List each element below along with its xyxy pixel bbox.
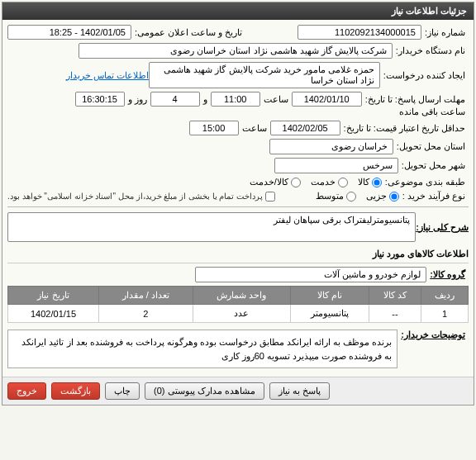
radio-goods-service-input[interactable] (291, 178, 301, 187)
td-qty: 2 (99, 305, 193, 323)
city-label: شهر محل تحویل: (398, 160, 469, 171)
radio-goods-input[interactable] (372, 178, 382, 187)
print-button[interactable]: چاپ (105, 382, 140, 400)
buyer-org-value: شرکت پالایش گاز شهید هاشمی نژاد استان خر… (79, 43, 393, 59)
need-desc-label: شرح کلی نیاز: (416, 222, 469, 233)
row-validity: حداقل تاریخ اعتبار قیمت: تا تاریخ: 1402/… (7, 121, 469, 135)
creator-value: حمزه غلامی مامور خرید شرکت پالایش گاز شه… (149, 62, 380, 88)
footer-buttons: پاسخ به نیاز مشاهده مدارک پیوستی (0) چاپ… (2, 377, 474, 405)
th-code: کد کالا (369, 287, 421, 305)
buyer-notes-value: برنده موظف به ارائه ایرانکد مطابق درخواس… (7, 330, 397, 368)
row-need-number: شماره نیاز: 1102092134000015 تاریخ و ساع… (7, 25, 469, 40)
deadline-date: 1402/01/10 (292, 92, 362, 107)
validity-label: حداقل تاریخ اعتبار قیمت: تا تاریخ: (340, 123, 469, 134)
radio-small-label: جزیی (366, 191, 387, 202)
radio-service[interactable]: خدمت (311, 177, 348, 187)
table-row[interactable]: 1 -- پتانسیومتر عدد 2 1402/01/15 (8, 305, 469, 323)
radio-medium[interactable]: متوسط (316, 191, 356, 202)
th-unit: واحد شمارش (193, 287, 291, 305)
row-deadline: مهلت ارسال پاسخ: تا تاریخ: 1402/01/10 سا… (7, 92, 469, 117)
td-date: 1402/01/15 (8, 305, 99, 323)
td-name: پتانسیومتر (291, 305, 369, 323)
radio-goods[interactable]: کالا (358, 177, 382, 187)
row-province: استان محل تحویل: خراسان رضوی (7, 139, 469, 154)
validity-time: 15:00 (189, 121, 239, 135)
back-button[interactable]: بازگشت (51, 382, 100, 400)
province-label: استان محل تحویل: (393, 141, 469, 152)
need-details-panel: جزئیات اطلاعات نیاز شماره نیاز: 11020921… (2, 2, 474, 405)
radio-goods-service-label: کالا/خدمت (250, 177, 288, 187)
deadline-label: مهلت ارسال پاسخ: تا تاریخ: (362, 94, 469, 105)
hour-label-1: ساعت (260, 94, 292, 105)
radio-service-input[interactable] (338, 178, 348, 187)
attachments-button[interactable]: مشاهده مدارک پیوستی (0) (145, 382, 264, 400)
row-category: طبقه بندی موضوعی: کالا خدمت کالا/خدمت (7, 177, 469, 187)
payment-checkbox-item[interactable]: پرداخت تمام یا بخشی از مبلغ خرید،از محل … (7, 192, 275, 202)
contact-link[interactable]: اطلاعات تماس خریدار (66, 70, 149, 81)
goods-group-value: لوازم خودرو و ماشین آلات (195, 267, 426, 282)
td-unit: عدد (193, 305, 291, 323)
radio-goods-label: کالا (358, 177, 369, 187)
creator-label: ایجاد کننده درخواست: (380, 70, 469, 81)
panel-title: جزئیات اطلاعات نیاز (2, 2, 474, 20)
need-number-value: 1102092134000015 (298, 25, 421, 40)
row-goods-group: گروه کالا: لوازم خودرو و ماشین آلات (7, 267, 469, 282)
deadline-time: 11:00 (211, 92, 260, 107)
category-radio-group: کالا خدمت کالا/خدمت (250, 177, 382, 187)
radio-service-label: خدمت (311, 177, 336, 187)
need-number-label: شماره نیاز: (421, 27, 469, 38)
goods-group-label: گروه کالا: (426, 269, 469, 280)
respond-button[interactable]: پاسخ به نیاز (269, 382, 330, 400)
row-city: شهر محل تحویل: سرخس (7, 158, 469, 173)
process-type-label: نوع فرآیند خرید : (399, 191, 469, 202)
goods-info-title: اطلاعات کالاهای مورد نیاز (7, 245, 469, 263)
deadline-remain: 16:30:15 (75, 92, 125, 107)
buyer-org-label: نام دستگاه خریدار: (393, 45, 469, 56)
category-label: طبقه بندی موضوعی: (382, 177, 469, 187)
goods-table: ردیف کد کالا نام کالا واحد شمارش تعداد /… (7, 286, 469, 323)
radio-medium-label: متوسط (316, 191, 344, 202)
day-label: روز و (125, 94, 150, 105)
province-value: خراسان رضوی (269, 139, 393, 154)
row-buyer-notes: توضیحات خریدار: برنده موظف به ارائه ایرا… (7, 330, 469, 368)
td-code: -- (369, 305, 421, 323)
exit-button[interactable]: خروج (7, 382, 46, 400)
payment-note: پرداخت تمام یا بخشی از مبلغ خرید،از محل … (7, 192, 263, 201)
th-row: ردیف (421, 287, 469, 305)
row-creator: ایجاد کننده درخواست: حمزه غلامی مامور خر… (7, 62, 469, 88)
announce-datetime-value: 1402/01/05 - 18:25 (7, 25, 131, 40)
radio-goods-service[interactable]: کالا/خدمت (250, 177, 301, 187)
row-need-desc: شرح کلی نیاز: پتانسیومترلیفتراک برقی سپا… (7, 212, 469, 242)
buyer-notes-label: توضیحات خریدار: (397, 330, 469, 340)
row-buyer-org: نام دستگاه خریدار: شرکت پالایش گاز شهید … (7, 43, 469, 59)
need-desc-value: پتانسیومترلیفتراک برقی سپاهان لیفتر (7, 212, 416, 242)
process-radio-group: جزیی متوسط (316, 191, 399, 202)
hour-label-2: ساعت (239, 123, 270, 134)
deadline-days: 4 (150, 92, 200, 107)
announce-datetime-label: تاریخ و ساعت اعلان عمومی: (131, 27, 245, 38)
th-date: تاریخ نیاز (8, 287, 99, 305)
row-process-type: نوع فرآیند خرید : جزیی متوسط پرداخت تمام… (7, 191, 469, 202)
th-qty: تعداد / مقدار (99, 287, 193, 305)
table-header-row: ردیف کد کالا نام کالا واحد شمارش تعداد /… (8, 287, 469, 305)
validity-date: 1402/02/05 (270, 121, 340, 135)
radio-small-input[interactable] (389, 192, 399, 202)
panel-body: شماره نیاز: 1102092134000015 تاریخ و ساع… (2, 20, 474, 377)
th-name: نام کالا (291, 287, 369, 305)
and-label: و (200, 94, 211, 105)
city-value: سرخس (274, 158, 398, 173)
radio-small[interactable]: جزیی (366, 191, 399, 202)
remaining-label: ساعت باقی مانده (396, 107, 469, 117)
td-row: 1 (421, 305, 469, 323)
payment-checkbox[interactable] (265, 192, 275, 202)
radio-medium-input[interactable] (346, 192, 356, 202)
